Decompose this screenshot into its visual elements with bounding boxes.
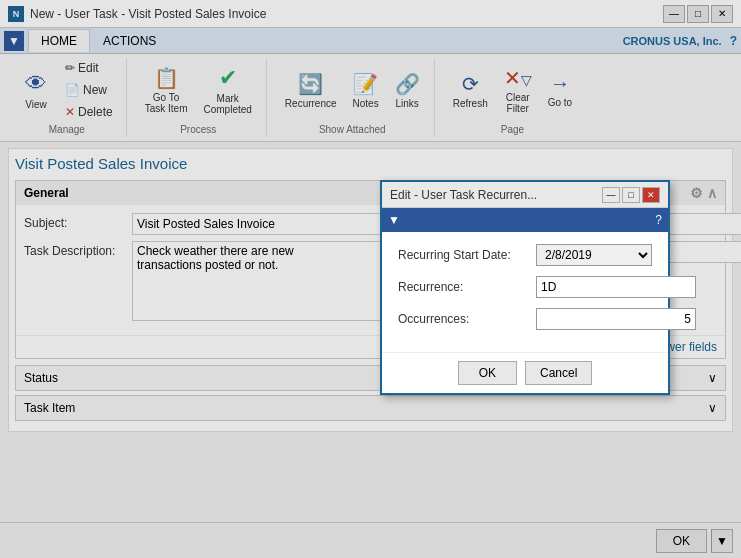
modal-help-icon[interactable]: ? (655, 213, 662, 227)
occurrences-label: Occurrences: (398, 312, 528, 326)
modal-title-bar: Edit - User Task Recurren... — □ ✕ (382, 182, 668, 208)
recurring-start-date-select[interactable]: 2/8/2019 (536, 244, 652, 266)
recurrence-modal: Edit - User Task Recurren... — □ ✕ ▼ ? R… (380, 180, 670, 395)
modal-sub-bar: ▼ ? (382, 208, 668, 232)
modal-title: Edit - User Task Recurren... (390, 188, 537, 202)
recurring-start-date-label: Recurring Start Date: (398, 248, 528, 262)
occurrences-input[interactable] (536, 308, 696, 330)
modal-close-button[interactable]: ✕ (642, 187, 660, 203)
modal-controls[interactable]: — □ ✕ (602, 187, 660, 203)
modal-cancel-button[interactable]: Cancel (525, 361, 592, 385)
modal-maximize-button[interactable]: □ (622, 187, 640, 203)
modal-minimize-button[interactable]: — (602, 187, 620, 203)
recurrence-row: Recurrence: (398, 276, 652, 298)
recurring-start-date-row: Recurring Start Date: 2/8/2019 (398, 244, 652, 266)
modal-ok-button[interactable]: OK (458, 361, 517, 385)
modal-nav-arrow[interactable]: ▼ (388, 213, 400, 227)
recurrence-input[interactable] (536, 276, 696, 298)
modal-footer: OK Cancel (382, 352, 668, 393)
occurrences-row: Occurrences: (398, 308, 652, 330)
recurrence-label: Recurrence: (398, 280, 528, 294)
modal-content: Recurring Start Date: 2/8/2019 Recurrenc… (382, 232, 668, 352)
